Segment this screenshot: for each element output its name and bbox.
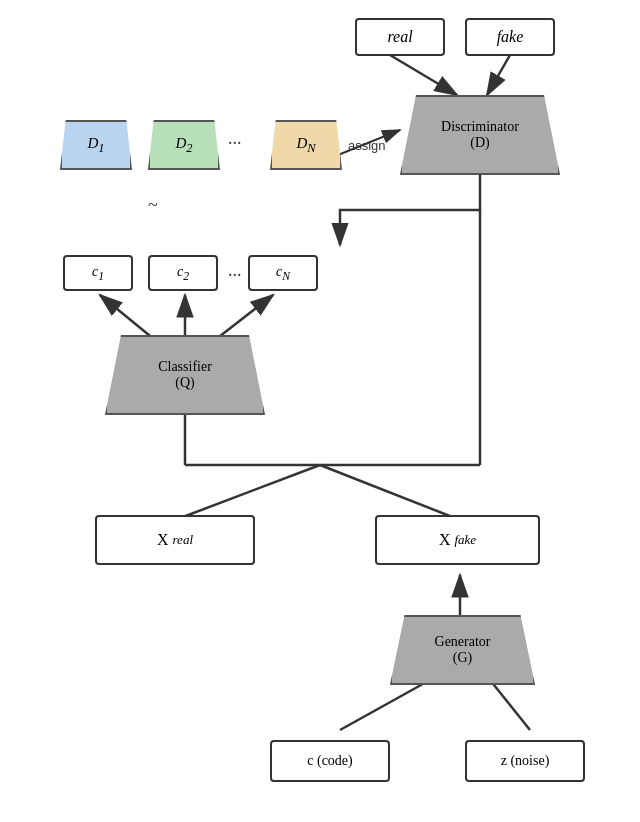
x-fake-label: X [439, 531, 451, 549]
z-noise-label: z (noise) [501, 753, 550, 769]
tilde-label: ~ [148, 195, 158, 216]
fake-box: fake [465, 18, 555, 56]
c2-label: c2 [177, 264, 189, 283]
fake-label: fake [497, 28, 524, 46]
classifier-label: Classifier (Q) [158, 359, 212, 391]
x-real-subscript: real [173, 532, 193, 548]
assign-label: assign [348, 138, 386, 153]
dots2: ··· [228, 265, 242, 286]
cn-label: cN [276, 264, 290, 283]
c-code-label: c (code) [307, 753, 352, 769]
svg-line-3 [487, 55, 510, 95]
x-fake-box: X fake [375, 515, 540, 565]
d2-label: D2 [175, 135, 192, 156]
dn-box: DN [270, 120, 342, 170]
discriminator-label: Discriminator (D) [441, 119, 519, 151]
d1-box: D1 [60, 120, 132, 170]
c1-box: c1 [63, 255, 133, 291]
x-fake-subscript: fake [454, 532, 476, 548]
real-label: real [387, 28, 412, 46]
x-real-box: X real [95, 515, 255, 565]
x-real-label: X [157, 531, 169, 549]
c-code-box: c (code) [270, 740, 390, 782]
discriminator-box: Discriminator (D) [400, 95, 560, 175]
c2-box: c2 [148, 255, 218, 291]
dn-label: DN [296, 135, 315, 156]
svg-line-2 [390, 55, 457, 95]
generator-box: Generator (G) [390, 615, 535, 685]
dots1: ··· [228, 133, 242, 154]
cn-box: cN [248, 255, 318, 291]
c1-label: c1 [92, 264, 104, 283]
diagram-container: real fake Discriminator (D) D1 D2 ··· DN… [0, 0, 640, 822]
classifier-box: Classifier (Q) [105, 335, 265, 415]
d2-box: D2 [148, 120, 220, 170]
d1-label: D1 [87, 135, 104, 156]
z-noise-box: z (noise) [465, 740, 585, 782]
generator-label: Generator (G) [435, 634, 491, 666]
real-box: real [355, 18, 445, 56]
